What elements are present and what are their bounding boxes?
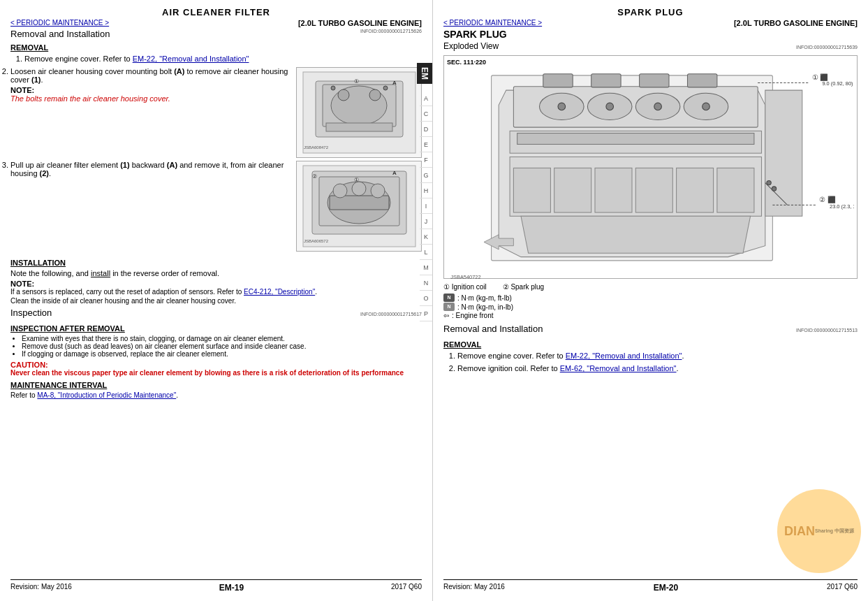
maintenance-text: Refer to MA-8, "Introduction of Periodic… [10, 391, 422, 399]
inspection-heading: Inspection [10, 307, 52, 318]
tab-f: F [420, 152, 432, 168]
tab-a: A [420, 91, 432, 106]
right-title: SPARK PLUG [443, 7, 858, 17]
link-em62[interactable]: EM-62, "Removal and Installation" [560, 364, 677, 372]
step-3-block: Pull up air cleaner filter element (1) b… [10, 161, 422, 254]
svg-rect-57 [717, 168, 754, 212]
svg-rect-39 [640, 74, 669, 87]
svg-text:②: ② [312, 173, 317, 180]
svg-point-8 [383, 86, 388, 90]
tab-l: L [420, 245, 432, 260]
symbol-1: N : N·m (kg-m, ft-lb) [443, 294, 858, 302]
svg-point-49 [772, 187, 776, 191]
left-breadcrumb[interactable]: < PERIODIC MAINTENANCE > [10, 19, 109, 27]
svg-text:JSBA540722: JSBA540722 [450, 274, 480, 280]
image-step-3: A ② ① JSBA606572 [296, 161, 422, 252]
engine-img-1: A ① JSBA608472 [302, 71, 417, 154]
svg-text:23.0 (2.3, 17): 23.0 (2.3, 17) [830, 203, 854, 210]
svg-text:JSBA606572: JSBA606572 [304, 239, 329, 243]
link-em22-right[interactable]: EM-22, "Removal and Installation" [566, 352, 682, 360]
svg-point-48 [767, 180, 771, 184]
tab-h: H [420, 183, 432, 198]
right-breadcrumb[interactable]: < PERIODIC MAINTENANCE > [443, 19, 542, 27]
left-breadcrumb-line: < PERIODIC MAINTENANCE > [2.0L TURBO GAS… [10, 19, 422, 27]
tab-o: O [420, 291, 432, 306]
svg-text:①: ① [354, 177, 359, 183]
svg-point-35 [654, 103, 662, 110]
svg-point-17 [333, 184, 347, 198]
symbol-2: N : N·m (kg-m, in-lb) [443, 303, 858, 311]
caution-text: Never clean the viscous paper type air c… [10, 369, 422, 377]
svg-text:①: ① [354, 78, 359, 85]
svg-rect-54 [595, 168, 632, 212]
watermark: DIAN Sharing 中国资源 [777, 489, 861, 573]
svg-rect-55 [635, 168, 672, 212]
svg-rect-37 [543, 74, 573, 87]
right-footer-page: EM-20 [654, 583, 678, 593]
sec-label: SEC. 111·220 [447, 59, 854, 66]
symbol-3: ⇦ : Engine front [443, 312, 858, 319]
right-removal-label: REMOVAL [443, 340, 858, 349]
left-engine-type: [2.0L TURBO GASOLINE ENGINE] [298, 19, 422, 27]
svg-rect-53 [554, 168, 591, 212]
right-removal-heading: Removal and Installation [443, 324, 543, 334]
right-footer: Revision: May 2016 EM-20 2017 Q60 [443, 579, 858, 593]
svg-point-5 [369, 89, 381, 101]
svg-point-19 [371, 184, 385, 198]
right-engine-type: [2.0L TURBO GASOLINE ENGINE] [734, 19, 858, 27]
note-text: The bolts remain the air cleaner housing… [10, 94, 292, 103]
svg-rect-56 [677, 168, 714, 212]
installation-label: INSTALLATION [10, 259, 422, 267]
right-footer-model: 2017 Q60 [827, 583, 858, 593]
right-page: SPARK PLUG < PERIODIC MAINTENANCE > [2.0… [433, 0, 868, 601]
installation-note-label: NOTE: [10, 280, 422, 288]
inspect-bullet-2: Remove dust (such as dead leaves) on air… [22, 342, 422, 350]
right-info-code-2: INFOID:0000000012715513 [796, 328, 858, 333]
installation-note-1: If a sensors is replaced, carry out the … [10, 288, 422, 296]
tab-n: N [420, 275, 432, 291]
em-tab: EM [417, 63, 432, 84]
left-page: AIR CLEANER FILTER < PERIODIC MAINTENANC… [0, 0, 433, 601]
right-footer-revision: Revision: May 2016 [443, 583, 505, 593]
tab-p: P [420, 306, 432, 321]
svg-text:9.0 (0.92, 80): 9.0 (0.92, 80) [822, 80, 853, 87]
svg-point-18 [352, 182, 366, 196]
svg-rect-32 [517, 133, 754, 145]
tab-j: J [420, 214, 432, 229]
svg-rect-38 [591, 74, 621, 87]
step-1: Remove engine cover. Refer to EM-22, "Re… [24, 54, 422, 64]
removal-label: REMOVAL [10, 43, 422, 52]
installation-note-2: Clean the inside of air cleaner housing … [10, 297, 422, 305]
note-label: NOTE: [10, 86, 292, 94]
engine-img-2: A ② ① JSBA606572 [302, 164, 417, 248]
step-2-block: Loosen air cleaner housing cover mountin… [10, 67, 422, 161]
link-em22-1[interactable]: EM-22, "Removal and Installation" [133, 55, 249, 63]
left-footer-page: EM-19 [219, 583, 244, 593]
svg-point-33 [558, 103, 566, 110]
caution-label: CAUTION: [10, 361, 422, 369]
left-title: AIR CLEANER FILTER [10, 7, 422, 17]
tab-d: D [420, 122, 432, 137]
link-ec4[interactable]: EC4-212, "Description" [244, 288, 315, 296]
right-section-heading: SPARK PLUG [443, 29, 858, 40]
tab-c: C [420, 106, 432, 122]
left-footer: Revision: May 2016 EM-19 2017 Q60 [10, 579, 422, 593]
left-footer-revision: Revision: May 2016 [10, 583, 72, 593]
image-step-2: A ① JSBA608472 [296, 67, 422, 158]
inspect-bullet-1: Examine with eyes that there is no stain… [22, 335, 422, 342]
tab-g: G [420, 168, 432, 183]
svg-point-34 [606, 103, 614, 110]
link-ma8[interactable]: MA-8, "Introduction of Periodic Maintena… [37, 391, 176, 399]
right-sub-heading: Exploded View [443, 41, 499, 51]
svg-rect-6 [326, 123, 392, 131]
svg-text:A: A [392, 80, 397, 86]
svg-point-36 [703, 103, 710, 110]
right-steps: Remove engine cover. Refer to EM-22, "Re… [457, 351, 858, 375]
engine-exploded-svg: ① ⬛ 9.0 (0.92, 80) ② ⬛ 23.0 (2.3, 17) JS… [447, 67, 854, 284]
svg-text:A: A [392, 170, 397, 176]
tab-i: I [420, 198, 432, 214]
svg-rect-40 [688, 74, 717, 87]
tab-m: M [420, 260, 432, 275]
svg-rect-52 [513, 168, 550, 212]
installation-text: Note the following, and install in the r… [10, 269, 422, 277]
